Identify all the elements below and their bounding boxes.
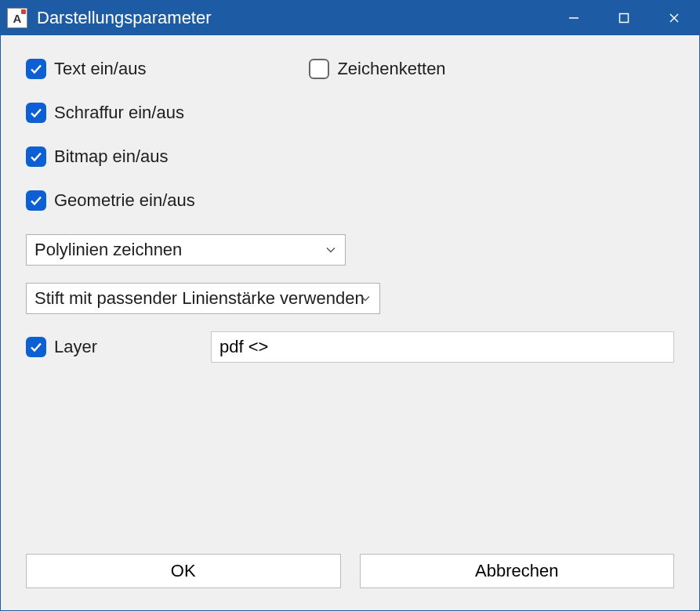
cancel-button[interactable]: Abbrechen	[360, 554, 675, 588]
checkmark-icon	[30, 341, 42, 353]
row-layer: Layer	[26, 331, 674, 363]
chevron-down-icon	[361, 294, 370, 303]
dialog-window: A Darstellungsparameter Tex	[0, 0, 700, 611]
close-button[interactable]	[649, 1, 699, 35]
layer-input[interactable]	[211, 331, 674, 363]
checkbox-text-box	[26, 59, 46, 79]
checkbox-layer-label: Layer	[54, 337, 97, 357]
row-geometrie: Geometrie ein/aus	[26, 190, 674, 211]
maximize-icon	[618, 13, 629, 24]
app-icon-letter: A	[13, 12, 22, 25]
window-controls	[549, 1, 699, 35]
checkbox-geometrie-box	[26, 190, 46, 211]
checkbox-layer-box	[26, 337, 46, 357]
checkmark-icon	[30, 107, 42, 119]
checkmark-icon	[30, 194, 42, 207]
row-bitmap: Bitmap ein/aus	[26, 146, 674, 167]
row-stift-combo: Stift mit passender Linienstärke verwend…	[26, 283, 674, 314]
checkbox-schraffur-box	[26, 103, 46, 123]
button-bar: OK Abbrechen	[26, 554, 674, 588]
checkbox-zeichenketten-label: Zeichenketten	[337, 59, 445, 79]
form-area: Text ein/aus Zeichenketten Schraffur ein…	[26, 59, 674, 554]
checkbox-geometrie[interactable]: Geometrie ein/aus	[26, 190, 195, 211]
checkbox-schraffur-label: Schraffur ein/aus	[54, 103, 184, 123]
checkbox-schraffur[interactable]: Schraffur ein/aus	[26, 103, 184, 123]
checkbox-text-label: Text ein/aus	[54, 59, 146, 79]
checkmark-icon	[30, 150, 42, 163]
maximize-button[interactable]	[599, 1, 649, 35]
svg-rect-1	[620, 14, 629, 23]
cancel-button-label: Abbrechen	[475, 561, 558, 581]
client-area: Text ein/aus Zeichenketten Schraffur ein…	[1, 35, 699, 610]
row-text-zeichenketten: Text ein/aus Zeichenketten	[26, 59, 674, 79]
checkmark-icon	[30, 63, 42, 75]
ok-button[interactable]: OK	[26, 554, 341, 588]
ok-button-label: OK	[171, 561, 196, 581]
checkbox-bitmap-box	[26, 146, 46, 167]
checkbox-geometrie-label: Geometrie ein/aus	[54, 190, 195, 211]
minimize-icon	[568, 13, 579, 24]
window-title: Darstellungsparameter	[37, 8, 549, 28]
checkbox-zeichenketten-box	[309, 59, 329, 79]
checkbox-text[interactable]: Text ein/aus	[26, 59, 146, 79]
checkbox-zeichenketten[interactable]: Zeichenketten	[309, 59, 445, 79]
combo-stift[interactable]: Stift mit passender Linienstärke verwend…	[26, 283, 380, 314]
minimize-button[interactable]	[549, 1, 599, 35]
app-icon: A	[7, 8, 27, 28]
combo-stift-value: Stift mit passender Linienstärke verwend…	[34, 288, 365, 309]
chevron-down-icon	[326, 245, 335, 255]
titlebar: A Darstellungsparameter	[1, 1, 699, 35]
checkbox-bitmap-label: Bitmap ein/aus	[54, 146, 169, 167]
combo-polylinien-value: Polylinien zeichnen	[34, 240, 182, 260]
checkbox-bitmap[interactable]: Bitmap ein/aus	[26, 146, 169, 167]
row-schraffur: Schraffur ein/aus	[26, 103, 674, 123]
combo-polylinien[interactable]: Polylinien zeichnen	[26, 234, 346, 266]
checkbox-layer[interactable]: Layer	[26, 337, 97, 357]
row-polylinien-combo: Polylinien zeichnen	[26, 234, 674, 266]
close-icon	[669, 13, 680, 24]
